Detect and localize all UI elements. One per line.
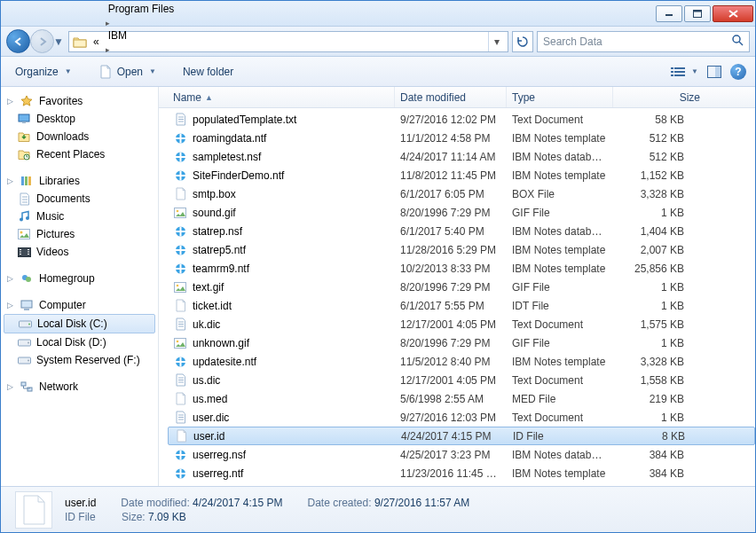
drive-icon	[18, 317, 32, 331]
file-type-icon	[173, 113, 187, 127]
svg-rect-36	[21, 301, 32, 308]
file-row[interactable]: us.dic12/17/2001 4:05 PMText Document1,5…	[168, 371, 755, 389]
file-name: smtp.box	[193, 188, 236, 200]
file-row[interactable]: roamingdata.ntf11/1/2012 4:58 PMIBM Note…	[168, 129, 755, 147]
file-date: 11/23/2016 11:45 PM	[395, 467, 507, 480]
sidebar-homegroup[interactable]: ▷Homegroup	[1, 270, 158, 287]
file-row[interactable]: unknown.gif8/20/1996 7:29 PMGIF File1 KB	[168, 333, 755, 352]
col-name[interactable]: Name▲	[168, 87, 395, 107]
svg-rect-32	[28, 251, 29, 252]
file-row[interactable]: statrep5.ntf11/28/2016 5:29 PMIBM Notes …	[168, 240, 755, 259]
maximize-button[interactable]	[684, 5, 711, 22]
col-size[interactable]: Size	[613, 87, 705, 107]
sidebar-item-videos[interactable]: Videos	[1, 243, 158, 261]
file-name: statrep5.ntf	[193, 244, 246, 256]
nav-history-dropdown[interactable]: ▼	[52, 33, 65, 51]
file-type: GIF File	[507, 281, 613, 294]
file-type-icon	[173, 131, 187, 145]
details-type: ID File	[65, 511, 97, 523]
sort-asc-icon: ▲	[205, 93, 213, 102]
file-type: Text Document	[507, 412, 613, 424]
crumb-prefix[interactable]: «	[91, 35, 102, 49]
file-size: 384 KB	[613, 467, 689, 480]
breadcrumb-sep[interactable]: ▸	[106, 44, 110, 54]
breadcrumb-sep[interactable]: ▸	[106, 0, 110, 1]
sidebar-item-desktop[interactable]: Desktop	[1, 110, 158, 128]
breadcrumb-1[interactable]: Program Files	[106, 2, 181, 16]
file-size: 1 KB	[613, 300, 689, 312]
file-size: 1 KB	[613, 281, 689, 294]
sidebar-network[interactable]: ▷Network	[1, 378, 158, 396]
preview-pane-button[interactable]	[707, 66, 721, 78]
file-size: 2,007 KB	[613, 244, 689, 256]
organize-button[interactable]: Organize▼	[10, 63, 77, 81]
address-dropdown[interactable]: ▾	[488, 32, 504, 51]
file-type: Text Document	[507, 114, 613, 126]
libraries-icon	[20, 174, 34, 188]
sidebar-item-pictures[interactable]: Pictures	[1, 225, 158, 243]
explorer-window: ▼ « Local Disk (C:)▸Program Files▸IBM▸No…	[0, 0, 756, 533]
file-size: 1,404 KB	[613, 225, 689, 238]
file-type-icon	[173, 299, 187, 313]
file-type: IBM Notes template	[507, 169, 613, 182]
file-pane: Name▲ Date modified Type Size populatedT…	[159, 87, 755, 486]
sidebar-item-local-d[interactable]: Local Disk (D:)	[1, 333, 158, 351]
sidebar-item-recent[interactable]: Recent Places	[1, 145, 158, 163]
file-row[interactable]: teamrm9.ntf10/2/2013 8:33 PMIBM Notes te…	[168, 259, 755, 278]
breadcrumb-sep[interactable]: ▸	[106, 18, 110, 27]
file-date: 11/5/2012 8:40 PM	[395, 356, 507, 368]
sidebar-item-documents[interactable]: Documents	[1, 190, 158, 208]
sidebar-item-system-reserved[interactable]: System Reserved (F:)	[1, 351, 158, 369]
breadcrumb-2[interactable]: IBM	[106, 28, 181, 43]
file-type-icon	[173, 392, 187, 406]
minimize-button[interactable]	[656, 5, 682, 22]
address-bar[interactable]: « Local Disk (C:)▸Program Files▸IBM▸Note…	[68, 31, 508, 52]
svg-rect-19	[28, 176, 31, 185]
view-button[interactable]: ▼	[670, 66, 698, 78]
file-name: uk.dic	[193, 318, 220, 331]
file-list[interactable]: populatedTemplate.txt9/27/2016 12:02 PMT…	[159, 108, 755, 486]
open-button[interactable]: Open▼	[93, 62, 161, 82]
file-row[interactable]: userreg.nsf4/25/2017 3:23 PMIBM Notes da…	[168, 445, 755, 464]
file-row[interactable]: userreg.ntf11/23/2016 11:45 PMIBM Notes …	[168, 464, 755, 482]
file-row[interactable]: statrep.nsf6/1/2017 5:40 PMIBM Notes dat…	[168, 222, 755, 240]
file-type: IBM Notes template	[507, 263, 613, 275]
file-row[interactable]: populatedTemplate.txt9/27/2016 12:02 PMT…	[168, 110, 755, 129]
file-row[interactable]: uk.dic12/17/2001 4:05 PMText Document1,5…	[168, 315, 755, 333]
file-row[interactable]: smtp.box6/1/2017 6:05 PMBOX File3,328 KB	[168, 184, 755, 203]
details-pane: user.id Date modified: 4/24/2017 4:15 PM…	[1, 486, 755, 532]
new-folder-button[interactable]: New folder	[177, 63, 239, 81]
sidebar-item-music[interactable]: Music	[1, 208, 158, 225]
file-type-icon	[173, 373, 187, 388]
search-box[interactable]: Search Data	[537, 31, 750, 52]
close-button[interactable]	[713, 5, 753, 22]
sidebar-item-downloads[interactable]: Downloads	[1, 128, 158, 145]
file-row[interactable]: text.gif8/20/1996 7:29 PMGIF File1 KB	[168, 278, 755, 296]
file-row[interactable]: sampletest.nsf4/24/2017 11:14 AMIBM Note…	[168, 147, 755, 166]
col-date[interactable]: Date modified	[395, 87, 507, 107]
file-row[interactable]: sound.gif8/20/1996 7:29 PMGIF File1 KB	[168, 203, 755, 222]
refresh-button[interactable]	[512, 31, 533, 52]
file-row[interactable]: SiteFinderDemo.ntf11/8/2012 11:45 PMIBM …	[168, 166, 755, 184]
recent-icon	[17, 147, 31, 161]
sidebar-computer[interactable]: ▷Computer	[1, 296, 158, 314]
file-date: 4/25/2017 3:23 PM	[395, 449, 507, 461]
svg-rect-54	[179, 152, 181, 161]
file-row[interactable]: user.dic9/27/2016 12:03 PMText Document1…	[168, 408, 755, 427]
svg-rect-29	[20, 251, 21, 252]
sidebar-favorites[interactable]: ▷Favorites	[1, 92, 158, 110]
file-row[interactable]: updatesite.ntf11/5/2012 8:40 PMIBM Notes…	[168, 352, 755, 371]
forward-button[interactable]	[30, 29, 54, 53]
col-type[interactable]: Type	[507, 87, 613, 107]
file-row[interactable]: ticket.idt6/1/2017 5:55 PMIDT File1 KB	[168, 296, 755, 315]
sidebar-item-local-c[interactable]: Local Disk (C:)	[4, 314, 155, 333]
file-row[interactable]: us.med5/6/1998 2:55 AMMED File219 KB	[168, 389, 755, 408]
file-size: 1 KB	[613, 337, 689, 349]
file-date: 4/24/2017 4:15 PM	[396, 430, 508, 443]
file-name: text.gif	[193, 281, 224, 294]
help-button[interactable]: ?	[730, 64, 746, 80]
sidebar-libraries[interactable]: ▷Libraries	[1, 172, 158, 190]
file-row[interactable]: user.id4/24/2017 4:15 PMID File8 KB	[168, 427, 755, 445]
file-type: IBM Notes template	[507, 356, 613, 368]
back-button[interactable]	[6, 29, 30, 53]
